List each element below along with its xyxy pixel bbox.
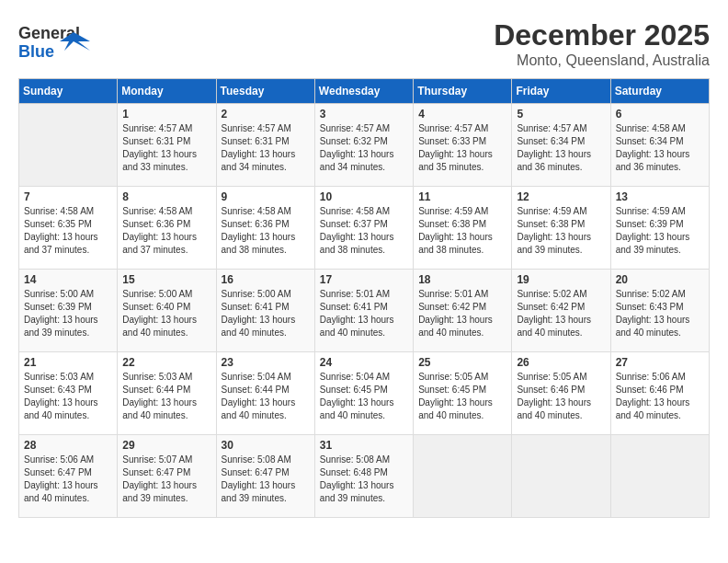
day-info: Sunrise: 5:05 AMSunset: 6:45 PMDaylight:…	[418, 371, 506, 422]
day-info: Sunrise: 4:58 AMSunset: 6:37 PMDaylight:…	[320, 205, 408, 257]
calendar-cell: 7Sunrise: 4:58 AMSunset: 6:35 PMDaylight…	[19, 187, 118, 270]
calendar-cell: 8Sunrise: 4:58 AMSunset: 6:36 PMDaylight…	[118, 187, 216, 270]
day-info: Sunrise: 5:08 AMSunset: 6:48 PMDaylight:…	[320, 454, 408, 505]
calendar-cell: 22Sunrise: 5:03 AMSunset: 6:44 PMDayligh…	[118, 352, 216, 435]
calendar-cell: 15Sunrise: 5:00 AMSunset: 6:40 PMDayligh…	[118, 270, 216, 352]
calendar-cell: 28Sunrise: 5:06 AMSunset: 6:47 PMDayligh…	[19, 435, 118, 518]
day-info: Sunrise: 4:59 AMSunset: 6:38 PMDaylight:…	[418, 205, 506, 257]
calendar-week-row: 1Sunrise: 4:57 AMSunset: 6:31 PMDaylight…	[19, 104, 710, 187]
calendar-cell	[414, 435, 512, 518]
day-info: Sunrise: 4:59 AMSunset: 6:39 PMDaylight:…	[616, 205, 704, 257]
day-info: Sunrise: 5:02 AMSunset: 6:43 PMDaylight:…	[616, 288, 704, 339]
day-number: 25	[418, 356, 506, 369]
day-info: Sunrise: 4:57 AMSunset: 6:34 PMDaylight:…	[517, 122, 605, 174]
day-info: Sunrise: 5:02 AMSunset: 6:42 PMDaylight:…	[517, 288, 605, 339]
day-number: 23	[222, 356, 310, 369]
day-info: Sunrise: 5:00 AMSunset: 6:40 PMDaylight:…	[122, 288, 210, 339]
calendar-cell: 4Sunrise: 4:57 AMSunset: 6:33 PMDaylight…	[414, 104, 512, 187]
day-number: 28	[24, 439, 112, 452]
weekday-header-row: SundayMondayTuesdayWednesdayThursdayFrid…	[19, 79, 710, 104]
day-info: Sunrise: 4:59 AMSunset: 6:38 PMDaylight:…	[517, 205, 605, 257]
calendar-table: SundayMondayTuesdayWednesdayThursdayFrid…	[18, 78, 710, 518]
weekday-header-wednesday: Wednesday	[314, 79, 413, 104]
day-number: 17	[320, 273, 408, 286]
day-info: Sunrise: 5:00 AMSunset: 6:41 PMDaylight:…	[222, 288, 310, 339]
day-number: 2	[222, 108, 310, 121]
calendar-cell: 12Sunrise: 4:59 AMSunset: 6:38 PMDayligh…	[512, 187, 610, 270]
day-info: Sunrise: 5:04 AMSunset: 6:44 PMDaylight:…	[222, 371, 310, 422]
weekday-header-tuesday: Tuesday	[216, 79, 314, 104]
day-number: 6	[616, 108, 704, 121]
svg-text:Blue: Blue	[18, 42, 54, 61]
calendar-cell: 25Sunrise: 5:05 AMSunset: 6:45 PMDayligh…	[414, 352, 512, 435]
calendar-cell: 5Sunrise: 4:57 AMSunset: 6:34 PMDaylight…	[512, 104, 610, 187]
logo-icon: General Blue	[18, 18, 101, 64]
day-info: Sunrise: 5:06 AMSunset: 6:46 PMDaylight:…	[616, 371, 704, 422]
weekday-header-thursday: Thursday	[414, 79, 512, 104]
calendar-week-row: 14Sunrise: 5:00 AMSunset: 6:39 PMDayligh…	[19, 270, 710, 352]
page-header: General Blue December 2025 Monto, Queens…	[18, 18, 710, 69]
day-number: 31	[320, 439, 408, 452]
calendar-week-row: 7Sunrise: 4:58 AMSunset: 6:35 PMDaylight…	[19, 187, 710, 270]
calendar-week-row: 28Sunrise: 5:06 AMSunset: 6:47 PMDayligh…	[19, 435, 710, 518]
calendar-cell: 20Sunrise: 5:02 AMSunset: 6:43 PMDayligh…	[610, 270, 709, 352]
day-number: 12	[517, 190, 605, 203]
calendar-cell: 11Sunrise: 4:59 AMSunset: 6:38 PMDayligh…	[414, 187, 512, 270]
calendar-cell: 6Sunrise: 4:58 AMSunset: 6:34 PMDaylight…	[610, 104, 709, 187]
day-info: Sunrise: 5:03 AMSunset: 6:44 PMDaylight:…	[122, 371, 210, 422]
calendar-cell: 1Sunrise: 4:57 AMSunset: 6:31 PMDaylight…	[118, 104, 216, 187]
day-info: Sunrise: 5:00 AMSunset: 6:39 PMDaylight:…	[24, 288, 112, 339]
calendar-cell: 10Sunrise: 4:58 AMSunset: 6:37 PMDayligh…	[314, 187, 413, 270]
day-number: 26	[517, 356, 605, 369]
calendar-cell: 9Sunrise: 4:58 AMSunset: 6:36 PMDaylight…	[216, 187, 314, 270]
calendar-cell: 27Sunrise: 5:06 AMSunset: 6:46 PMDayligh…	[610, 352, 709, 435]
day-number: 15	[122, 273, 210, 286]
day-info: Sunrise: 4:57 AMSunset: 6:32 PMDaylight:…	[320, 122, 408, 174]
day-number: 19	[517, 273, 605, 286]
day-info: Sunrise: 4:58 AMSunset: 6:35 PMDaylight:…	[24, 205, 112, 257]
weekday-header-friday: Friday	[512, 79, 610, 104]
weekday-header-monday: Monday	[118, 79, 216, 104]
day-info: Sunrise: 4:57 AMSunset: 6:31 PMDaylight:…	[122, 122, 210, 174]
day-info: Sunrise: 4:58 AMSunset: 6:36 PMDaylight:…	[122, 205, 210, 257]
day-info: Sunrise: 5:07 AMSunset: 6:47 PMDaylight:…	[122, 454, 210, 505]
month-title: December 2025	[494, 18, 710, 52]
weekday-header-sunday: Sunday	[19, 79, 118, 104]
day-number: 11	[418, 190, 506, 203]
calendar-cell	[512, 435, 610, 518]
calendar-cell: 23Sunrise: 5:04 AMSunset: 6:44 PMDayligh…	[216, 352, 314, 435]
day-info: Sunrise: 5:03 AMSunset: 6:43 PMDaylight:…	[24, 371, 112, 422]
calendar-cell: 21Sunrise: 5:03 AMSunset: 6:43 PMDayligh…	[19, 352, 118, 435]
day-number: 5	[517, 108, 605, 121]
day-info: Sunrise: 4:57 AMSunset: 6:33 PMDaylight:…	[418, 122, 506, 174]
day-info: Sunrise: 5:08 AMSunset: 6:47 PMDaylight:…	[222, 454, 310, 505]
day-number: 3	[320, 108, 408, 121]
calendar-cell: 14Sunrise: 5:00 AMSunset: 6:39 PMDayligh…	[19, 270, 118, 352]
day-number: 27	[616, 356, 704, 369]
day-number: 13	[616, 190, 704, 203]
calendar-cell: 18Sunrise: 5:01 AMSunset: 6:42 PMDayligh…	[414, 270, 512, 352]
day-number: 7	[24, 190, 112, 203]
day-number: 21	[24, 356, 112, 369]
day-info: Sunrise: 5:05 AMSunset: 6:46 PMDaylight:…	[517, 371, 605, 422]
day-number: 10	[320, 190, 408, 203]
calendar-cell: 3Sunrise: 4:57 AMSunset: 6:32 PMDaylight…	[314, 104, 413, 187]
calendar-cell: 19Sunrise: 5:02 AMSunset: 6:42 PMDayligh…	[512, 270, 610, 352]
calendar-cell: 26Sunrise: 5:05 AMSunset: 6:46 PMDayligh…	[512, 352, 610, 435]
logo: General Blue	[18, 18, 101, 64]
day-number: 30	[222, 439, 310, 452]
calendar-cell: 16Sunrise: 5:00 AMSunset: 6:41 PMDayligh…	[216, 270, 314, 352]
day-number: 22	[122, 356, 210, 369]
day-info: Sunrise: 5:04 AMSunset: 6:45 PMDaylight:…	[320, 371, 408, 422]
calendar-cell: 24Sunrise: 5:04 AMSunset: 6:45 PMDayligh…	[314, 352, 413, 435]
day-number: 18	[418, 273, 506, 286]
weekday-header-saturday: Saturday	[610, 79, 709, 104]
location-title: Monto, Queensland, Australia	[494, 52, 710, 69]
calendar-cell: 31Sunrise: 5:08 AMSunset: 6:48 PMDayligh…	[314, 435, 413, 518]
title-section: December 2025 Monto, Queensland, Austral…	[494, 18, 710, 69]
day-number: 29	[122, 439, 210, 452]
calendar-cell: 29Sunrise: 5:07 AMSunset: 6:47 PMDayligh…	[118, 435, 216, 518]
day-info: Sunrise: 5:01 AMSunset: 6:42 PMDaylight:…	[418, 288, 506, 339]
calendar-cell: 2Sunrise: 4:57 AMSunset: 6:31 PMDaylight…	[216, 104, 314, 187]
day-info: Sunrise: 4:57 AMSunset: 6:31 PMDaylight:…	[222, 122, 310, 174]
